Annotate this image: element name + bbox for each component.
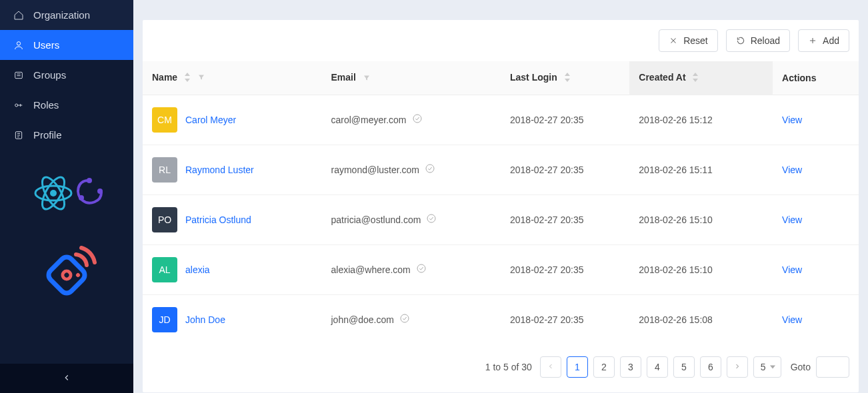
sidebar: Organization Users Groups Roles Profile	[0, 0, 133, 393]
svg-point-13	[75, 272, 81, 278]
button-label: Reset	[683, 35, 708, 46]
user-name-link[interactable]: Raymond Luster	[185, 165, 254, 175]
table-row: JD John Doe john@doe.com 2018-02-27 20:3…	[143, 294, 859, 344]
column-last-login[interactable]: Last Login	[501, 61, 629, 95]
filter-icon[interactable]	[363, 73, 371, 84]
sidebar-item-groups[interactable]: Groups	[0, 60, 133, 90]
reload-icon	[736, 36, 745, 45]
sidebar-item-organization[interactable]: Organization	[0, 0, 133, 30]
sidebar-item-users[interactable]: Users	[0, 30, 133, 60]
view-link[interactable]: View	[782, 115, 802, 125]
view-link[interactable]: View	[782, 165, 802, 175]
created-at: 2018-02-26 15:10	[639, 214, 713, 225]
user-name-link[interactable]: John Doe	[185, 314, 225, 325]
svg-point-10	[97, 189, 103, 194]
reset-button[interactable]: Reset	[659, 29, 718, 52]
react-redux-icon	[27, 170, 107, 218]
page-button-3[interactable]: 3	[620, 356, 641, 378]
page-button-1[interactable]: 1	[567, 356, 588, 378]
sorter-icon	[184, 73, 191, 84]
page-size-select[interactable]: 5	[753, 356, 781, 378]
close-icon	[669, 36, 678, 45]
home-icon	[13, 10, 24, 21]
created-at: 2018-02-26 15:11	[639, 165, 713, 175]
last-login: 2018-02-27 20:35	[510, 115, 584, 125]
chevron-left-icon	[62, 373, 71, 384]
goto-page-input[interactable]	[816, 356, 849, 378]
table-row: PO Patricia Ostlund patricia@ostlund.com…	[143, 195, 859, 244]
svg-point-16	[427, 214, 435, 222]
view-link[interactable]: View	[782, 314, 802, 325]
sidebar-item-label: Roles	[33, 99, 59, 111]
user-name-link[interactable]: Patricia Ostlund	[185, 214, 251, 225]
groups-icon	[13, 70, 24, 81]
page-button-4[interactable]: 4	[647, 356, 668, 378]
sidebar-item-profile[interactable]: Profile	[0, 120, 133, 150]
table-header-row: Name Email	[143, 61, 859, 95]
button-label: Add	[823, 35, 839, 46]
user-email: patricia@ostlund.com	[331, 214, 421, 225]
created-at: 2018-02-26 15:12	[639, 115, 713, 125]
svg-point-12	[61, 270, 73, 281]
last-login: 2018-02-27 20:35	[510, 165, 584, 175]
svg-point-8	[87, 178, 92, 183]
view-link[interactable]: View	[782, 214, 802, 225]
user-email: raymond@luster.com	[331, 165, 419, 175]
svg-rect-11	[46, 254, 87, 296]
verified-icon	[425, 163, 435, 176]
avatar: RL	[152, 157, 177, 183]
last-login: 2018-02-27 20:35	[510, 264, 584, 275]
main-content: Reset Reload Add	[133, 0, 868, 393]
view-link[interactable]: View	[782, 264, 802, 275]
toolbar: Reset Reload Add	[143, 20, 859, 61]
svg-point-14	[413, 115, 421, 123]
next-page-button[interactable]	[727, 356, 748, 378]
user-icon	[13, 40, 24, 51]
reload-button[interactable]: Reload	[726, 29, 790, 52]
user-name-link[interactable]: alexia	[185, 264, 210, 275]
button-label: Reload	[751, 35, 780, 46]
page-button-5[interactable]: 5	[673, 356, 695, 378]
created-at: 2018-02-26 15:08	[639, 314, 713, 325]
user-name-link[interactable]: Carol Meyer	[185, 115, 236, 125]
table-row: AL alexia alexia@where.com 2018-02-27 20…	[143, 244, 859, 294]
sorter-icon	[692, 73, 699, 84]
verified-icon	[416, 263, 427, 276]
sidebar-logos	[0, 170, 133, 307]
verified-icon	[399, 313, 410, 326]
users-panel: Reset Reload Add	[143, 20, 859, 392]
app-logo-icon	[33, 238, 100, 307]
sidebar-item-label: Profile	[33, 129, 62, 141]
page-info: 1 to 5 of 30	[485, 362, 532, 372]
verified-icon	[426, 213, 437, 226]
filter-icon[interactable]	[197, 73, 205, 83]
pagination: 1 to 5 of 30 123456 5 Goto	[143, 344, 859, 392]
column-created-at[interactable]: Created At	[629, 61, 773, 95]
sorter-icon	[564, 73, 571, 84]
user-email: alexia@where.com	[331, 264, 411, 275]
plus-icon	[808, 36, 817, 45]
goto-label: Goto	[791, 362, 811, 372]
avatar: AL	[152, 257, 177, 282]
column-email[interactable]: Email	[322, 61, 501, 95]
verified-icon	[412, 113, 423, 126]
column-name[interactable]: Name	[143, 61, 322, 95]
avatar: PO	[152, 207, 177, 232]
prev-page-button[interactable]	[540, 356, 561, 378]
created-at: 2018-02-26 15:10	[639, 264, 713, 275]
add-button[interactable]: Add	[798, 29, 849, 52]
avatar: JD	[152, 307, 177, 332]
page-button-2[interactable]: 2	[593, 356, 615, 378]
page-button-6[interactable]: 6	[700, 356, 721, 378]
svg-point-0	[17, 41, 20, 45]
avatar: CM	[152, 107, 177, 133]
collapse-sidebar-button[interactable]	[0, 364, 133, 393]
users-table: Name Email	[143, 61, 859, 344]
profile-icon	[13, 130, 24, 141]
svg-point-18	[401, 314, 409, 322]
table-row: RL Raymond Luster raymond@luster.com 201…	[143, 145, 859, 195]
svg-point-2	[15, 104, 18, 107]
sidebar-item-label: Organization	[33, 9, 90, 21]
sidebar-item-roles[interactable]: Roles	[0, 90, 133, 120]
last-login: 2018-02-27 20:35	[510, 314, 584, 325]
